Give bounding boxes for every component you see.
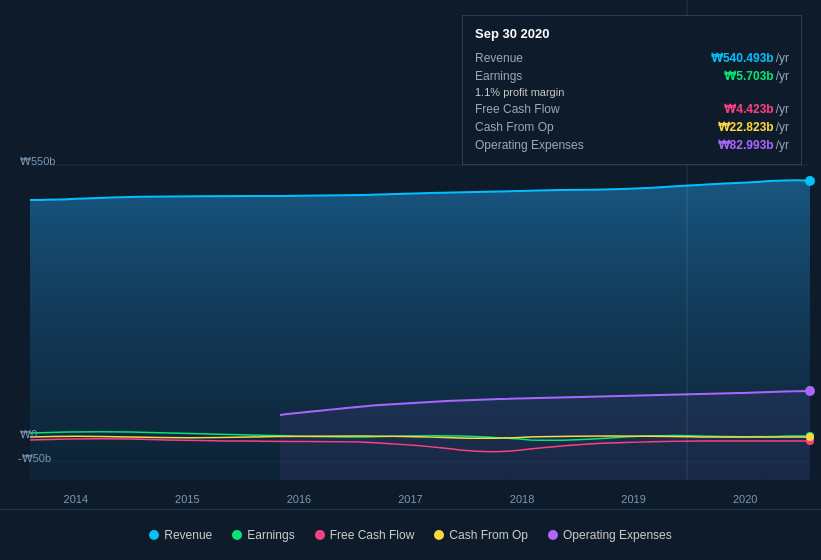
tooltip-fcf-label: Free Cash Flow	[475, 102, 560, 116]
legend-label: Operating Expenses	[563, 528, 672, 542]
tooltip-cashfromop-row: Cash From Op ₩22.823b/yr	[475, 118, 789, 136]
legend-dot	[548, 530, 558, 540]
tooltip-earnings-row: Earnings ₩5.703b/yr	[475, 67, 789, 85]
data-tooltip: Sep 30 2020 Revenue ₩540.493b/yr Earning…	[462, 15, 802, 165]
tooltip-opex-value: ₩82.993b/yr	[718, 138, 789, 152]
tooltip-revenue-label: Revenue	[475, 51, 523, 65]
legend-label: Earnings	[247, 528, 294, 542]
tooltip-opex-row: Operating Expenses ₩82.993b/yr	[475, 136, 789, 154]
tooltip-cashfromop-label: Cash From Op	[475, 120, 554, 134]
x-axis-label: 2017	[398, 493, 422, 505]
x-axis-label: 2015	[175, 493, 199, 505]
tooltip-cashfromop-value: ₩22.823b/yr	[718, 120, 789, 134]
tooltip-revenue-value: ₩540.493b/yr	[711, 51, 789, 65]
y-axis-top-label: ₩550b	[20, 155, 55, 168]
y-axis-neg-label: -₩50b	[18, 452, 51, 465]
tooltip-fcf-value: ₩4.423b/yr	[724, 102, 789, 116]
x-axis-label: 2019	[621, 493, 645, 505]
x-axis-label: 2018	[510, 493, 534, 505]
legend-item[interactable]: Cash From Op	[434, 528, 528, 542]
legend-dot	[149, 530, 159, 540]
svg-point-8	[806, 433, 814, 441]
x-axis-label: 2016	[287, 493, 311, 505]
y-axis-zero-label: ₩0	[20, 428, 37, 441]
chart-legend: RevenueEarningsFree Cash FlowCash From O…	[0, 520, 821, 550]
legend-item[interactable]: Operating Expenses	[548, 528, 672, 542]
tooltip-earnings-value: ₩5.703b/yr	[724, 69, 789, 83]
tooltip-fcf-row: Free Cash Flow ₩4.423b/yr	[475, 100, 789, 118]
tooltip-date: Sep 30 2020	[475, 26, 789, 41]
tooltip-earnings-label: Earnings	[475, 69, 522, 83]
tooltip-revenue-row: Revenue ₩540.493b/yr	[475, 49, 789, 67]
legend-label: Revenue	[164, 528, 212, 542]
tooltip-opex-label: Operating Expenses	[475, 138, 584, 152]
legend-dot	[315, 530, 325, 540]
legend-label: Free Cash Flow	[330, 528, 415, 542]
legend-item[interactable]: Revenue	[149, 528, 212, 542]
legend-dot	[232, 530, 242, 540]
x-axis: 2014201520162017201820192020	[0, 493, 821, 505]
legend-dot	[434, 530, 444, 540]
legend-label: Cash From Op	[449, 528, 528, 542]
legend-item[interactable]: Free Cash Flow	[315, 528, 415, 542]
tooltip-profit-margin: 1.1% profit margin	[475, 85, 789, 100]
x-axis-label: 2014	[64, 493, 88, 505]
legend-item[interactable]: Earnings	[232, 528, 294, 542]
x-axis-label: 2020	[733, 493, 757, 505]
chart-divider	[0, 509, 821, 510]
svg-point-4	[805, 176, 815, 186]
